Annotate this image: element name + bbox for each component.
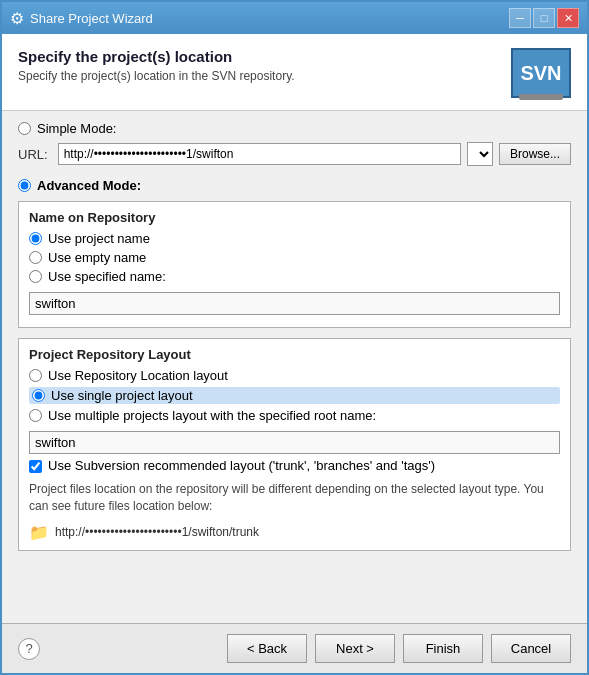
simple-mode-row: Simple Mode: (18, 121, 571, 136)
help-button[interactable]: ? (18, 638, 40, 660)
use-repo-location-label[interactable]: Use Repository Location layout (29, 368, 560, 383)
window-icon: ⚙ (10, 9, 24, 28)
advanced-mode-section: Advanced Mode: Name on Repository Use pr… (18, 178, 571, 551)
simple-mode-label[interactable]: Simple Mode: (37, 121, 116, 136)
info-text: Project files location on the repository… (29, 481, 560, 515)
page-heading: Specify the project(s) location (18, 48, 295, 65)
subversion-checkbox-row: Use Subversion recommended layout ('trun… (29, 458, 560, 473)
maximize-button[interactable]: □ (533, 8, 555, 28)
header-text: Specify the project(s) location Specify … (18, 48, 295, 83)
footer-buttons: < Back Next > Finish Cancel (227, 634, 571, 663)
back-button[interactable]: < Back (227, 634, 307, 663)
advanced-mode-label[interactable]: Advanced Mode: (37, 178, 141, 193)
name-on-repo-title: Name on Repository (29, 210, 560, 225)
use-project-name-label[interactable]: Use project name (29, 231, 560, 246)
subversion-checkbox-label: Use Subversion recommended layout ('trun… (48, 458, 435, 473)
minimize-button[interactable]: ─ (509, 8, 531, 28)
name-on-repo-box: Name on Repository Use project name Use … (18, 201, 571, 328)
title-bar-left: ⚙ Share Project Wizard (10, 9, 153, 28)
browse-button[interactable]: Browse... (499, 143, 571, 165)
url-input[interactable] (58, 143, 461, 165)
advanced-mode-radio[interactable] (18, 179, 31, 192)
name-on-repo-radio-group: Use project name Use empty name Use spec… (29, 231, 560, 284)
title-bar: ⚙ Share Project Wizard ─ □ ✕ (2, 2, 587, 34)
use-multiple-projects-radio[interactable] (29, 409, 42, 422)
file-path-row: 📁 http://•••••••••••••••••••••••1/swifto… (29, 523, 560, 542)
project-layout-box: Project Repository Layout Use Repository… (18, 338, 571, 551)
simple-mode-section: Simple Mode: URL: Browse... (18, 121, 571, 166)
cancel-button[interactable]: Cancel (491, 634, 571, 663)
use-empty-name-label[interactable]: Use empty name (29, 250, 560, 265)
project-layout-radio-group: Use Repository Location layout Use singl… (29, 368, 560, 423)
svn-logo: SVN (511, 48, 571, 98)
use-single-project-label[interactable]: Use single project layout (29, 387, 560, 404)
use-single-project-radio[interactable] (32, 389, 45, 402)
close-button[interactable]: ✕ (557, 8, 579, 28)
folder-icon: 📁 (29, 523, 49, 542)
url-row: URL: Browse... (18, 142, 571, 166)
advanced-mode-label-row: Advanced Mode: (18, 178, 571, 193)
specified-name-input[interactable] (29, 292, 560, 315)
subversion-checkbox[interactable] (29, 460, 42, 473)
use-specified-name-radio[interactable] (29, 270, 42, 283)
project-layout-title: Project Repository Layout (29, 347, 560, 362)
main-window: ⚙ Share Project Wizard ─ □ ✕ Specify the… (0, 0, 589, 675)
footer-left: ? (18, 638, 40, 660)
use-empty-name-radio[interactable] (29, 251, 42, 264)
header-section: Specify the project(s) location Specify … (2, 34, 587, 111)
use-specified-name-label[interactable]: Use specified name: (29, 269, 560, 284)
url-label: URL: (18, 147, 48, 162)
title-bar-controls: ─ □ ✕ (509, 8, 579, 28)
use-repo-location-radio[interactable] (29, 369, 42, 382)
window-title: Share Project Wizard (30, 11, 153, 26)
next-button[interactable]: Next > (315, 634, 395, 663)
root-name-input[interactable] (29, 431, 560, 454)
body-section: Simple Mode: URL: Browse... Advanced Mod… (2, 111, 587, 623)
page-subtext: Specify the project(s) location in the S… (18, 69, 295, 83)
file-path: http://•••••••••••••••••••••••1/swifton/… (55, 525, 259, 539)
simple-mode-radio[interactable] (18, 122, 31, 135)
finish-button[interactable]: Finish (403, 634, 483, 663)
footer-section: ? < Back Next > Finish Cancel (2, 623, 587, 673)
use-project-name-radio[interactable] (29, 232, 42, 245)
dialog-content: Specify the project(s) location Specify … (2, 34, 587, 673)
url-dropdown[interactable] (467, 142, 493, 166)
use-multiple-projects-label[interactable]: Use multiple projects layout with the sp… (29, 408, 560, 423)
